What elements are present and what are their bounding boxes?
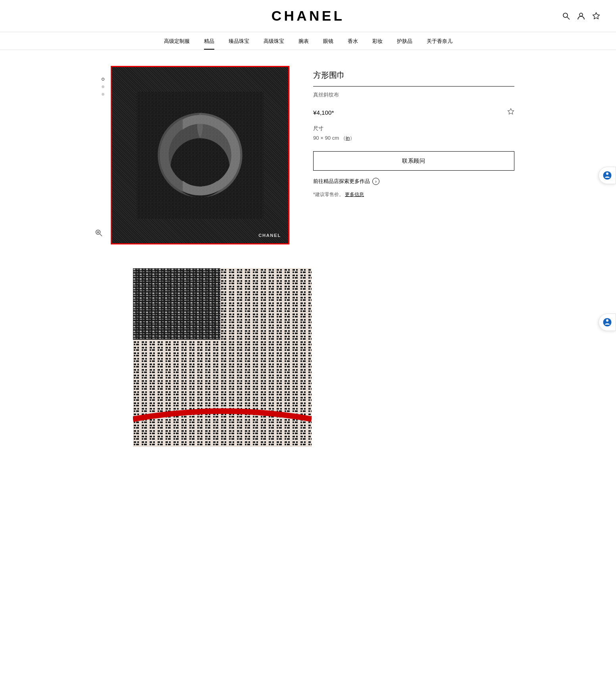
svg-line-19 <box>100 234 102 237</box>
float-icon-2 <box>603 317 612 327</box>
second-image-section <box>70 260 546 471</box>
nav-item-eyewear[interactable]: 眼镜 <box>323 38 333 50</box>
nav-item-makeup[interactable]: 彩妆 <box>372 38 383 50</box>
fabric-svg <box>133 268 312 447</box>
size-unit-link[interactable]: in <box>346 135 350 141</box>
main-nav: 高级定制服 精品 臻品珠宝 高级珠宝 腕表 眼镜 香水 彩妆 护肤品 关于香奈儿 <box>0 32 616 50</box>
svg-point-43 <box>606 319 608 322</box>
product-size-label: 尺寸 <box>313 125 514 132</box>
more-info-link[interactable]: 更多信息 <box>345 192 364 197</box>
float-icon-1 <box>603 171 612 180</box>
svg-point-2 <box>579 13 583 16</box>
header-icons <box>562 12 600 20</box>
nav-item-high-jewelry[interactable]: 高级珠宝 <box>264 38 284 50</box>
product-wishlist-icon[interactable] <box>507 108 514 117</box>
search-icon[interactable] <box>562 12 570 20</box>
svg-marker-22 <box>508 109 514 114</box>
site-header: CHANEL <box>0 0 616 32</box>
svg-rect-34 <box>220 268 312 340</box>
contact-button[interactable]: 联系顾问 <box>313 151 514 171</box>
store-link-icon: › <box>372 178 379 185</box>
product-price: ¥4,100* <box>313 109 334 116</box>
product-section: CHANEL 方形围巾 真丝斜纹布 ¥4,100* <box>70 50 546 260</box>
account-icon[interactable] <box>577 12 585 20</box>
nav-item-fashion[interactable]: 精品 <box>204 38 214 50</box>
svg-rect-35 <box>133 340 312 447</box>
product-image-wrapper: CHANEL <box>111 66 289 244</box>
nav-item-fine-jewelry[interactable]: 臻品珠宝 <box>229 38 249 50</box>
price-note: *建议零售价。 更多信息 <box>313 191 514 198</box>
image-dot-nav <box>102 66 104 96</box>
nav-item-skincare[interactable]: 护肤品 <box>397 38 412 50</box>
store-link[interactable]: 前往精品店探索更多作品 › <box>313 178 514 185</box>
dot-1[interactable] <box>102 78 104 81</box>
nav-item-watches[interactable]: 腕表 <box>298 38 309 50</box>
product-right: 方形围巾 真丝斜纹布 ¥4,100* 尺寸 90 × 90 cm （in） 联系… <box>313 66 514 244</box>
float-button-1[interactable] <box>599 167 616 184</box>
svg-rect-17 <box>137 92 264 219</box>
svg-line-1 <box>567 17 570 19</box>
dot-3[interactable] <box>102 93 104 96</box>
site-logo: CHANEL <box>271 8 345 24</box>
cc-logo-svg <box>137 92 264 219</box>
svg-marker-3 <box>593 13 600 19</box>
product-left: CHANEL <box>102 66 289 244</box>
nav-item-haute-couture[interactable]: 高级定制服 <box>164 38 190 50</box>
zoom-icon[interactable] <box>95 229 103 239</box>
second-product-image <box>133 268 312 447</box>
product-image: CHANEL <box>111 66 289 244</box>
nav-item-about[interactable]: 关于香奈儿 <box>427 38 452 50</box>
image-watermark: CHANEL <box>258 233 281 238</box>
float-button-2[interactable] <box>599 314 616 331</box>
cc-logo-background: CHANEL <box>112 67 288 243</box>
product-price-row: ¥4,100* <box>313 108 514 117</box>
svg-point-41 <box>606 173 608 175</box>
dot-2[interactable] <box>102 85 104 88</box>
fabric-pattern <box>133 268 312 447</box>
product-title: 方形围巾 <box>313 70 514 87</box>
product-size-value: 90 × 90 cm （in） <box>313 135 514 142</box>
product-subtitle: 真丝斜纹布 <box>313 91 514 98</box>
svg-point-0 <box>563 13 568 17</box>
wishlist-icon[interactable] <box>592 12 600 20</box>
nav-item-fragrance[interactable]: 香水 <box>348 38 358 50</box>
